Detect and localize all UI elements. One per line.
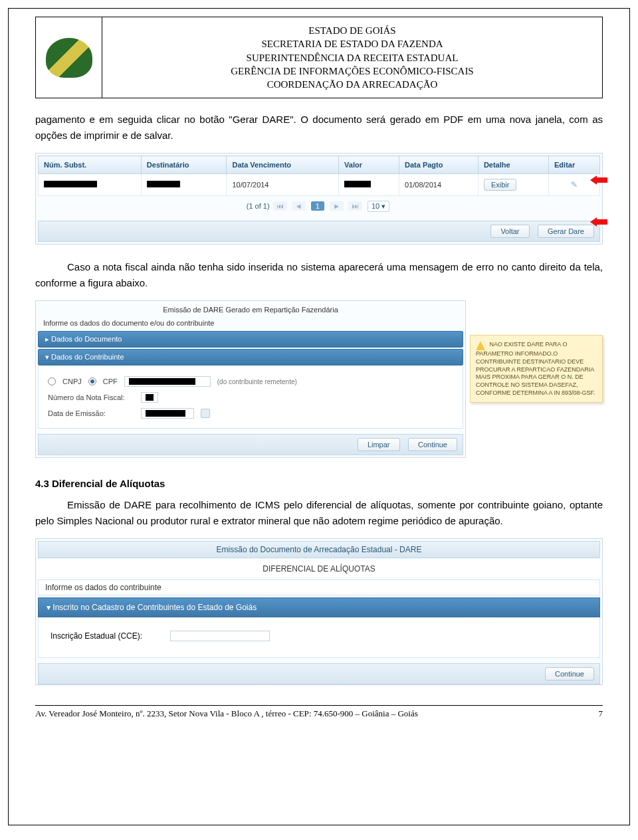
warning-text: NAO EXISTE DARE PARA O PARAMETRO INFORMA… — [476, 341, 595, 395]
label-cpf: CPF — [103, 377, 118, 385]
redacted — [344, 181, 371, 187]
radio-cpf[interactable] — [88, 377, 96, 385]
radio-cnpj[interactable] — [48, 377, 56, 385]
redacted — [44, 181, 97, 187]
pager-first-icon[interactable]: ⏮ — [273, 201, 287, 211]
page-footer: Av. Vereador José Monteiro, nº. 2233, Se… — [35, 705, 603, 719]
label-remetente: (do contribuinte remetente) — [217, 378, 297, 385]
cpf-input[interactable] — [124, 376, 211, 387]
screenshot-form-warning: Emissão de DARE Gerado em Repartição Faz… — [35, 300, 603, 458]
paragraph-2: Caso a nota fiscal ainda não tenha sido … — [35, 259, 603, 291]
calendar-icon[interactable] — [201, 409, 210, 418]
cell-vencimento: 10/07/2014 — [227, 174, 339, 196]
warning-tooltip: NAO EXISTE DARE PARA O PARAMETRO INFORMA… — [470, 335, 603, 403]
footer-address: Av. Vereador José Monteiro, nº. 2233, Se… — [35, 708, 418, 719]
redacted — [147, 181, 180, 187]
section-4-3-title: 4.3 Diferencial de Alíquotas — [35, 478, 603, 489]
col-vencimento: Data Vencimento — [227, 156, 339, 174]
voltar-button[interactable]: Voltar — [490, 225, 529, 238]
warning-icon — [476, 341, 485, 350]
gerar-dare-button[interactable]: Gerar Dare — [538, 225, 594, 238]
screenshot-table: Núm. Subst. Destinatário Data Vencimento… — [35, 153, 603, 245]
annotation-arrow-icon — [595, 175, 614, 185]
col-num-subst: Núm. Subst. — [39, 156, 142, 174]
pager: (1 of 1) ⏮ ◄ 1 ► ⏭ 10 ▾ — [38, 196, 600, 217]
continue-button[interactable]: Continue — [545, 667, 594, 681]
page-number: 7 — [599, 708, 603, 719]
header-line2: SECRETARIA DE ESTADO DA FAZENDA — [109, 37, 595, 51]
edit-icon[interactable]: ✎ — [571, 180, 578, 189]
col-detalhe: Detalhe — [478, 156, 548, 174]
table-row: 10/07/2014 01/08/2014 Exibir ✎ — [39, 174, 600, 196]
data-emissao-input[interactable] — [141, 408, 194, 419]
continue-button[interactable]: Continue — [408, 438, 457, 451]
label-nota-fiscal: Número da Nota Fiscal: — [48, 393, 134, 401]
label-data-emissao: Data de Emissão: — [48, 409, 134, 417]
header-line5: COORDENAÇÃO DA ARRECADAÇÃO — [109, 78, 595, 91]
pager-next-icon[interactable]: ► — [330, 201, 344, 211]
pager-prev-icon[interactable]: ◄ — [292, 201, 306, 211]
dare-title: Emissão do Documento de Arrecadação Esta… — [38, 541, 600, 558]
accordion-dados-documento[interactable]: ▸ Dados do Documento — [38, 331, 463, 348]
form-hint: Informe os dados do documento e/ou do co… — [38, 316, 463, 330]
header-line3: SUPERINTENDÊNCIA DA RECEITA ESTADUAL — [109, 51, 595, 64]
form-title: Emissão de DARE Gerado em Repartição Faz… — [38, 303, 463, 316]
exibir-button[interactable]: Exibir — [484, 179, 517, 191]
header-line1: ESTADO DE GOIÁS — [109, 24, 595, 37]
limpar-button[interactable]: Limpar — [358, 438, 400, 451]
annotation-arrow-icon — [595, 217, 614, 227]
col-destinatario: Destinatário — [141, 156, 227, 174]
pager-current[interactable]: 1 — [311, 201, 324, 211]
cell-pagto: 01/08/2014 — [399, 174, 478, 196]
state-seal — [36, 17, 102, 98]
accordion-inscrito-cadastro[interactable]: ▾ Inscrito no Cadastro de Contribuintes … — [38, 597, 600, 617]
section-4-3-text: Emissão de DARE para recolhimento de ICM… — [35, 497, 603, 529]
pager-label: (1 of 1) — [247, 202, 270, 210]
document-header: ESTADO DE GOIÁS SECRETARIA DE ESTADO DA … — [35, 17, 603, 98]
label-inscricao-estadual: Inscrição Estadual (CCE): — [51, 631, 163, 641]
dare-subtitle: DIFERENCIAL DE ALÍQUOTAS — [38, 561, 600, 577]
screenshot-diferencial: Emissão do Documento de Arrecadação Esta… — [35, 538, 603, 685]
pager-last-icon[interactable]: ⏭ — [348, 201, 362, 211]
col-editar: Editar — [549, 156, 600, 174]
col-pagto: Data Pagto — [399, 156, 478, 174]
col-valor: Valor — [339, 156, 399, 174]
page-size-select[interactable]: 10 ▾ — [368, 201, 389, 212]
nota-fiscal-input[interactable] — [141, 392, 158, 403]
dare-hint: Informe os dados do contribuinte — [38, 579, 600, 595]
label-cnpj: CNPJ — [62, 377, 82, 385]
paragraph-1: pagamento e em seguida clicar no botão "… — [35, 112, 603, 144]
inscricao-estadual-input[interactable] — [170, 631, 270, 641]
header-line4: GERÊNCIA DE INFORMAÇÕES ECONÔMICO-FISCAI… — [109, 64, 595, 78]
accordion-dados-contribuinte[interactable]: ▾ Dados do Contribuinte — [38, 349, 463, 366]
